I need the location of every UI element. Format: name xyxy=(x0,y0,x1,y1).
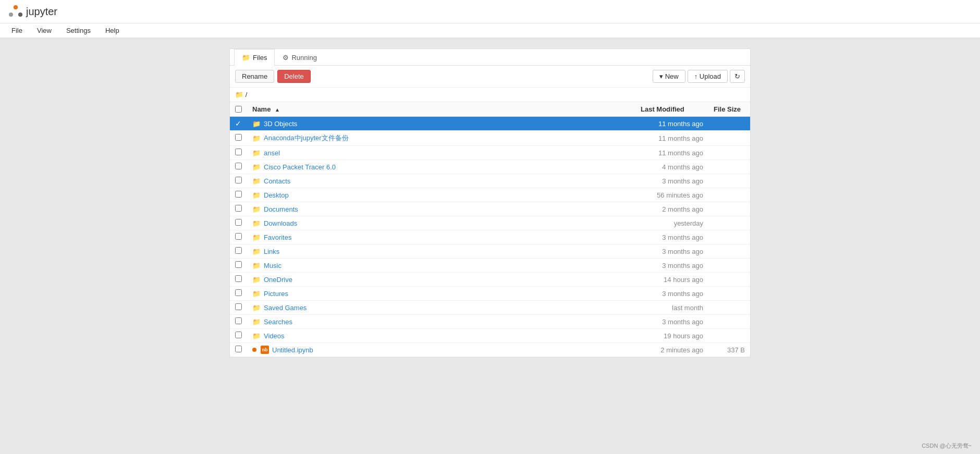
row-name-link[interactable]: Cisco Packet Tracer 6.0 xyxy=(264,163,336,171)
row-modified-cell: 3 months ago xyxy=(635,287,708,301)
toolbar: Rename Delete ▾ New ↑ Upload ↻ xyxy=(230,66,750,88)
row-size-cell: 337 B xyxy=(708,343,750,357)
menu-settings[interactable]: Settings xyxy=(63,24,94,36)
table-row[interactable]: 📁Anaconda中jupyter文件备份11 months ago xyxy=(230,131,750,146)
row-checkbox[interactable] xyxy=(235,317,242,324)
toolbar-right: ▾ New ↑ Upload ↻ xyxy=(653,70,745,83)
table-row[interactable]: 📁Music3 months ago xyxy=(230,259,750,273)
upload-button[interactable]: ↑ Upload xyxy=(688,70,728,83)
table-row[interactable]: 📁ansel11 months ago xyxy=(230,146,750,160)
row-checkbox[interactable] xyxy=(235,275,242,282)
row-name-link[interactable]: 3D Objects xyxy=(264,120,297,128)
row-name-link[interactable]: Downloads xyxy=(264,219,297,227)
row-name-link[interactable]: Links xyxy=(264,248,279,255)
row-name-cell: 📁Desktop xyxy=(247,188,635,202)
row-name-cell: 📁Favorites xyxy=(247,230,635,244)
row-name-link[interactable]: Saved Games xyxy=(264,304,307,312)
files-tab-label: Files xyxy=(253,54,267,62)
new-button[interactable]: ▾ New xyxy=(653,70,685,83)
row-name-link[interactable]: Desktop xyxy=(264,191,289,199)
row-name-cell: 📁Music xyxy=(247,259,635,273)
row-checkbox[interactable] xyxy=(235,134,242,141)
row-name-link[interactable]: Anaconda中jupyter文件备份 xyxy=(264,133,349,143)
table-row[interactable]: 📁Desktop56 minutes ago xyxy=(230,188,750,202)
rename-button[interactable]: Rename xyxy=(235,70,274,83)
row-name-link[interactable]: Documents xyxy=(264,205,298,213)
row-modified-cell: 2 minutes ago xyxy=(635,343,708,357)
row-name-cell: 📁Downloads xyxy=(247,216,635,230)
row-name-link[interactable]: OneDrive xyxy=(264,276,292,284)
row-modified-cell: 56 minutes ago xyxy=(635,188,708,202)
row-checkbox[interactable] xyxy=(235,205,242,212)
row-checkbox[interactable] xyxy=(235,247,242,254)
header-name[interactable]: Name ▲ xyxy=(247,102,635,117)
svg-point-2 xyxy=(18,13,22,17)
row-checkbox-cell xyxy=(230,188,247,202)
table-row[interactable]: 📁Downloadsyesterday xyxy=(230,216,750,230)
select-all-checkbox[interactable] xyxy=(235,106,242,113)
row-checkbox[interactable] xyxy=(235,177,242,183)
running-tab-label: Running xyxy=(291,54,316,62)
row-checkbox[interactable] xyxy=(235,289,242,296)
refresh-button[interactable]: ↻ xyxy=(730,70,745,83)
table-row[interactable]: 📁Cisco Packet Tracer 6.04 months ago xyxy=(230,160,750,174)
sort-arrow-icon: ▲ xyxy=(275,107,280,113)
row-checkbox[interactable] xyxy=(235,219,242,226)
row-checkbox-cell xyxy=(230,160,247,174)
table-row[interactable]: 📁Links3 months ago xyxy=(230,244,750,259)
table-row[interactable]: 📁Contacts3 months ago xyxy=(230,174,750,188)
header-modified[interactable]: Last Modified xyxy=(635,102,708,117)
delete-button[interactable]: Delete xyxy=(277,70,311,83)
row-size-cell xyxy=(708,273,750,287)
row-name-cell: 📁OneDrive xyxy=(247,273,635,287)
menu-help[interactable]: Help xyxy=(102,24,123,36)
row-checkbox[interactable] xyxy=(235,303,242,310)
row-checkbox[interactable] xyxy=(235,163,242,169)
row-checkbox[interactable] xyxy=(235,191,242,198)
folder-icon: 📁 xyxy=(252,332,261,340)
row-modified-cell: 11 months ago xyxy=(635,146,708,160)
folder-icon: 📁 xyxy=(252,262,261,269)
row-name-link[interactable]: ansel xyxy=(264,149,280,157)
file-table: Name ▲ Last Modified File Size ✓📁3D Obje… xyxy=(230,102,750,357)
table-row[interactable]: ✓📁3D Objects11 months ago xyxy=(230,117,750,131)
tab-files[interactable]: 📁 Files xyxy=(234,49,275,66)
row-checkbox-cell xyxy=(230,202,247,216)
row-name-cell: 📁Saved Games xyxy=(247,301,635,315)
row-checkbox[interactable] xyxy=(235,332,242,338)
row-checkbox[interactable] xyxy=(235,233,242,240)
main-content: 📁 Files ⚙ Running Rename Delete ▾ New ↑ … xyxy=(0,38,980,450)
row-checkbox[interactable] xyxy=(235,261,242,268)
header-size[interactable]: File Size xyxy=(708,102,750,117)
table-row[interactable]: 📁Videos19 hours ago xyxy=(230,329,750,343)
row-name-link[interactable]: Favorites xyxy=(264,234,291,241)
row-name-link[interactable]: Contacts xyxy=(264,177,290,185)
folder-icon: 📁 xyxy=(252,248,261,255)
row-name-link[interactable]: Searches xyxy=(264,318,292,326)
running-dot-icon xyxy=(252,348,256,352)
table-row[interactable]: 📁Pictures3 months ago xyxy=(230,287,750,301)
row-size-cell xyxy=(708,160,750,174)
row-name-link[interactable]: Untitled.ipynb xyxy=(272,346,313,354)
row-name-cell: 📁Links xyxy=(247,244,635,259)
table-row[interactable]: 📁Searches3 months ago xyxy=(230,315,750,329)
row-checkbox-cell xyxy=(230,230,247,244)
row-name-link[interactable]: Pictures xyxy=(264,290,288,298)
row-checkbox[interactable] xyxy=(235,346,242,352)
table-header-row: Name ▲ Last Modified File Size xyxy=(230,102,750,117)
row-checkbox[interactable] xyxy=(235,149,242,155)
folder-icon: 📁 xyxy=(252,219,261,227)
row-size-cell xyxy=(708,188,750,202)
table-row[interactable]: nbUntitled.ipynb2 minutes ago337 B xyxy=(230,343,750,357)
row-name-link[interactable]: Videos xyxy=(264,332,285,340)
row-name-link[interactable]: Music xyxy=(264,262,281,269)
table-row[interactable]: 📁Favorites3 months ago xyxy=(230,230,750,244)
menu-view[interactable]: View xyxy=(34,24,55,36)
tab-running[interactable]: ⚙ Running xyxy=(275,49,324,66)
menu-file[interactable]: File xyxy=(8,24,26,36)
row-modified-cell: last month xyxy=(635,301,708,315)
notebook-icon: nb xyxy=(261,346,269,354)
table-row[interactable]: 📁Saved Gameslast month xyxy=(230,301,750,315)
table-row[interactable]: 📁OneDrive14 hours ago xyxy=(230,273,750,287)
table-row[interactable]: 📁Documents2 months ago xyxy=(230,202,750,216)
